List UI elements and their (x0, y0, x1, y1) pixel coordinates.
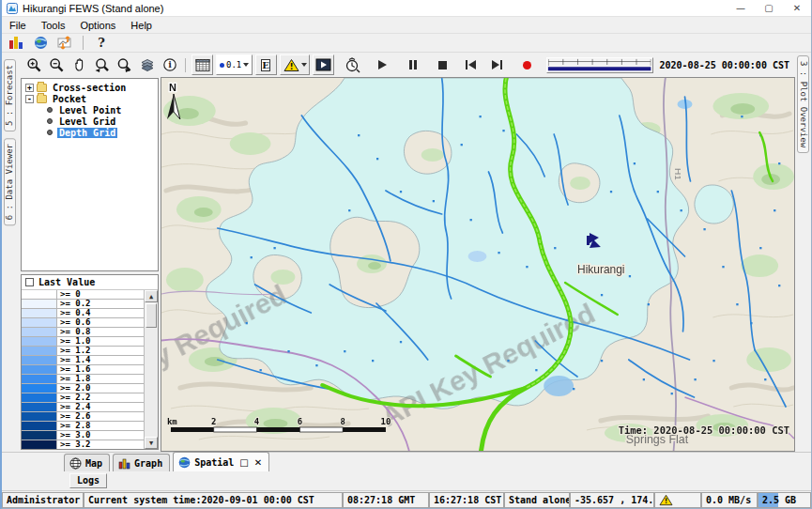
tree-item-cross-section[interactable]: + Cross-section (22, 82, 158, 93)
info-button[interactable]: i (159, 54, 180, 75)
database-display-icon (9, 37, 23, 49)
title-bar: Hikurangi FEWS (Stand alone) — ▢ ✕ (2, 0, 811, 17)
tab-close-icon[interactable]: ✕ (254, 457, 262, 468)
collapse-icon[interactable]: - (25, 95, 34, 103)
legend-label: >= 1.0 (57, 337, 144, 346)
legend-swatch (22, 337, 57, 346)
legend-swatch (22, 356, 57, 364)
tab-spatial[interactable]: Spatial □ ✕ (173, 452, 269, 471)
scroll-down-icon[interactable]: ▼ (145, 437, 158, 449)
zoom-in-icon (26, 57, 42, 73)
legend-header: Last Value (22, 275, 158, 290)
database-display-button[interactable] (6, 35, 26, 52)
contour-interval-dropdown[interactable]: 0.1 (216, 54, 253, 75)
status-local-time: 16:27:18 CST (429, 492, 504, 508)
status-bar: Administrator Current system time:2020-0… (2, 490, 811, 508)
thresholds-dropdown[interactable]: ! (280, 54, 310, 75)
last-value-checkbox[interactable] (25, 278, 34, 286)
logs-button[interactable]: Logs (69, 473, 107, 488)
main-toolbar: ? (2, 34, 811, 53)
tab-forecast[interactable]: 5 : Forecast (4, 59, 16, 131)
time-navigator-button[interactable] (342, 54, 363, 75)
minimize-button[interactable]: — (727, 0, 755, 16)
scale-tick-label: 2 (211, 417, 216, 426)
tab-plot-overview[interactable]: 3 : Plot Overview (797, 55, 809, 153)
tab-map[interactable]: Map (64, 454, 110, 471)
grid-display-button[interactable] (192, 54, 213, 75)
play-button[interactable] (372, 54, 393, 75)
folder-icon (37, 95, 47, 103)
tab-label: Spatial (194, 457, 234, 468)
map-canvas: API Key Required API Key Required (161, 78, 794, 451)
maximize-button[interactable]: ▢ (755, 0, 783, 16)
stop-button[interactable] (432, 54, 453, 75)
zoom-next-button[interactable] (114, 54, 135, 75)
toolbar-separator (185, 58, 186, 72)
tree-item-label[interactable]: Cross-section (51, 83, 128, 93)
menu-tools[interactable]: Tools (34, 19, 73, 32)
step-forward-button[interactable] (486, 54, 508, 75)
step-backward-button[interactable] (460, 54, 482, 75)
zoom-in-button[interactable] (23, 54, 45, 75)
legend-label: >= 2.4 (57, 403, 144, 411)
legend-swatch (22, 384, 57, 393)
tree-item-label-selected[interactable]: Depth Grid (57, 128, 117, 138)
expand-icon[interactable]: + (25, 84, 34, 92)
tab-maximize-icon[interactable]: □ (239, 457, 248, 468)
tab-graph[interactable]: Graph (113, 454, 170, 471)
map-viewport[interactable]: API Key Required API Key Required (161, 77, 795, 452)
stop-icon (438, 61, 447, 69)
legend-label: >= 3.2 (57, 440, 144, 449)
spatial-display-button[interactable] (54, 35, 75, 52)
legend-label: >= 2.6 (57, 412, 144, 421)
tree-item-label[interactable]: Level Point (57, 105, 123, 116)
menu-help[interactable]: Help (123, 19, 160, 32)
label-icon: E (260, 58, 273, 72)
scale-tick-label: 6 (298, 417, 302, 426)
info-icon: i (162, 57, 177, 72)
timeline-slider[interactable] (546, 57, 652, 73)
scroll-up-icon[interactable]: ▲ (145, 290, 158, 302)
legend-label: >= 2.0 (57, 384, 144, 393)
tree-item-label[interactable]: Pocket (51, 94, 88, 104)
tree-item-level-grid[interactable]: Level Grid (22, 116, 158, 127)
status-warning-cell[interactable]: ! (654, 492, 701, 508)
legend-label: >= 1.8 (57, 375, 144, 383)
map-tab-icon (69, 457, 82, 470)
animation-button[interactable] (313, 54, 334, 75)
node-dot-icon (47, 118, 53, 124)
legend-scrollbar[interactable]: ▲ ▼ (145, 290, 158, 449)
legend-swatch (22, 375, 57, 383)
svg-text:!: ! (289, 62, 293, 71)
zoom-previous-button[interactable] (91, 54, 113, 75)
scrollbar-thumb[interactable] (146, 303, 157, 328)
timeline-axis (547, 58, 651, 72)
tree-item-level-point[interactable]: Level Point (22, 104, 158, 116)
labels-button[interactable]: E (255, 54, 277, 75)
right-tab-strip: 3 : Plot Overview (795, 53, 811, 452)
map-display-button[interactable] (30, 35, 51, 52)
menu-options[interactable]: Options (72, 19, 123, 32)
tab-data-viewer[interactable]: 6 : Data Viewer (4, 138, 16, 225)
tree-item-pocket[interactable]: - Pocket (22, 93, 158, 104)
town-label: Hikurangi (577, 263, 624, 276)
zoom-out-button[interactable] (46, 54, 68, 75)
legend-rows: >= 0 >= 0.2 >= 0.4 >= 0.6 >= 0.8 >= 1.0 … (22, 290, 145, 449)
tree-item-label[interactable]: Level Grid (57, 116, 117, 127)
layers-button[interactable] (136, 54, 158, 75)
tree-item-depth-grid[interactable]: Depth Grid (22, 127, 158, 138)
legend-panel: Last Value >= 0 >= 0.2 >= 0.4 >= 0.6 >= … (21, 274, 159, 450)
node-dot-icon (47, 130, 53, 135)
help-button[interactable]: ? (91, 35, 112, 52)
pan-button[interactable] (69, 54, 90, 75)
legend-swatch (22, 309, 57, 317)
status-mode: Stand alone (504, 492, 570, 508)
warning-icon: ! (659, 494, 673, 506)
close-button[interactable]: ✕ (783, 0, 811, 16)
status-user: Administrator (2, 492, 84, 508)
road-label: H1 (673, 168, 683, 180)
menu-file[interactable]: File (2, 19, 34, 32)
record-button[interactable] (516, 54, 538, 75)
pause-button[interactable] (402, 54, 423, 75)
legend-swatch (22, 403, 57, 411)
